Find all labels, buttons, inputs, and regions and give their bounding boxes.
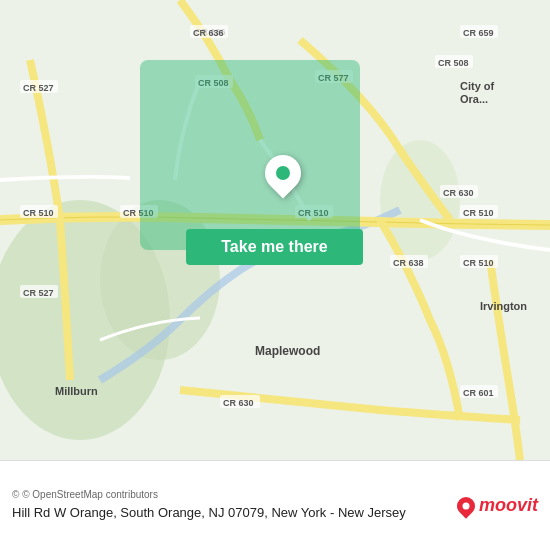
svg-text:City of: City of [460,80,495,92]
svg-text:CR 527: CR 527 [23,83,54,93]
svg-text:CR 659: CR 659 [463,28,494,38]
svg-text:CR 601: CR 601 [463,388,494,398]
attribution-text: © OpenStreetMap contributors [22,489,158,500]
address-text: Hill Rd W Orange, South Orange, NJ 07079… [12,504,457,522]
svg-text:Irvington: Irvington [480,300,527,312]
svg-text:CR 630: CR 630 [443,188,474,198]
map-highlight-area [140,60,360,250]
svg-text:CR 638: CR 638 [393,258,424,268]
svg-text:CR 508: CR 508 [438,58,469,68]
moovit-logo: moovit [457,495,538,516]
map-pin [265,155,301,191]
svg-text:CR 527: CR 527 [23,288,54,298]
svg-text:CR 630: CR 630 [223,398,254,408]
map-container: CR 636 CR 636 CR 659 CR 527 CR 508 CR 50… [0,0,550,460]
svg-text:Millburn: Millburn [55,385,98,397]
svg-text:CR 636: CR 636 [193,28,224,38]
attribution: © © OpenStreetMap contributors [12,489,457,500]
svg-text:CR 510: CR 510 [463,258,494,268]
copyright-symbol: © [12,489,19,500]
svg-text:Maplewood: Maplewood [255,344,320,358]
svg-text:CR 510: CR 510 [23,208,54,218]
svg-text:CR 510: CR 510 [463,208,494,218]
svg-text:Ora...: Ora... [460,93,488,105]
take-me-there-button[interactable]: Take me there [186,229,363,265]
info-bar: © © OpenStreetMap contributors Hill Rd W… [0,460,550,550]
moovit-pin-icon [453,493,478,518]
info-left: © © OpenStreetMap contributors Hill Rd W… [12,489,457,522]
moovit-brand-text: moovit [479,495,538,516]
